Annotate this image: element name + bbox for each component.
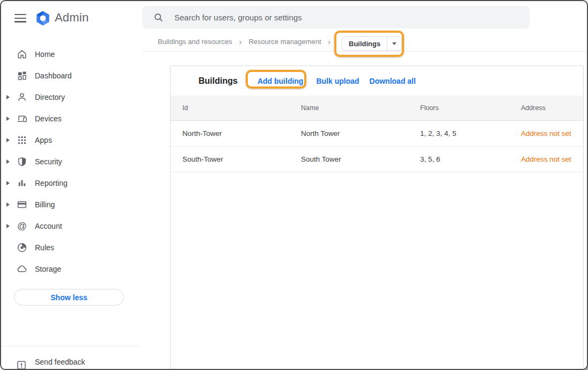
rules-icon — [17, 242, 27, 253]
home-icon — [17, 49, 27, 60]
breadcrumb-current-dropdown[interactable]: Buildings — [342, 37, 402, 51]
sidebar-item-account[interactable]: @ Account — [1, 215, 142, 237]
cell-id: North-Tower — [182, 129, 301, 137]
cell-name: North Tower — [301, 129, 420, 137]
search-icon — [153, 12, 164, 23]
column-header-address: Address — [521, 104, 583, 112]
apps-icon — [17, 135, 27, 146]
sidebar-item-security[interactable]: Security — [1, 151, 142, 172]
table-header-row: Id Name Floors Address — [171, 96, 583, 121]
sidebar-item-label: Devices — [35, 108, 62, 129]
sidebar-item-label: Apps — [35, 129, 52, 151]
sidebar-item-rules[interactable]: Rules — [1, 237, 142, 258]
column-header-id: Id — [182, 104, 301, 112]
download-all-button[interactable]: Download all — [370, 77, 416, 85]
sidebar-item-apps[interactable]: Apps — [1, 129, 142, 151]
expand-arrow-icon[interactable] — [6, 159, 10, 164]
buildings-card: Buildings Add building Bulk upload Downl… — [170, 66, 584, 370]
expand-arrow-icon[interactable] — [6, 224, 10, 228]
search-input[interactable] — [173, 12, 530, 23]
reporting-icon — [17, 178, 27, 188]
card-header: Buildings Add building Bulk upload Downl… — [171, 66, 583, 96]
cell-floors: 3, 5, 6 — [420, 155, 521, 163]
sidebar-item-billing[interactable]: Billing — [1, 194, 142, 215]
cell-id: South-Tower — [182, 155, 301, 163]
sidebar-item-storage[interactable]: Storage — [1, 258, 142, 280]
sidebar-item-dashboard[interactable]: Dashboard — [1, 65, 142, 86]
breadcrumb-link-buildings-and-resources[interactable]: Buildings and resources — [158, 38, 232, 46]
column-header-floors: Floors — [420, 104, 521, 112]
table-row-north-tower[interactable]: North-Tower North Tower 1, 2, 3, 4, 5 Ad… — [171, 121, 583, 147]
breadcrumb-current-label: Buildings — [342, 40, 387, 48]
expand-arrow-icon[interactable] — [6, 202, 10, 207]
table-row-south-tower[interactable]: South-Tower South Tower 3, 5, 6 Address … — [171, 147, 583, 172]
expand-arrow-icon[interactable] — [6, 95, 10, 99]
chevron-down-icon[interactable] — [387, 42, 401, 45]
cell-address-not-set[interactable]: Address not set — [521, 129, 583, 137]
cell-name: South Tower — [301, 155, 420, 163]
directory-icon — [17, 92, 27, 103]
sidebar-item-label: Billing — [35, 194, 55, 215]
column-header-name: Name — [301, 104, 420, 112]
admin-console-window: Admin Buildings and resources › Resource… — [0, 0, 588, 370]
devices-icon — [17, 113, 27, 124]
divider — [1, 346, 139, 346]
sidebar-nav: Home Dashboard — [1, 33, 142, 369]
expand-arrow-icon[interactable] — [6, 138, 10, 142]
feedback-icon — [16, 360, 27, 370]
breadcrumb: Buildings and resources › Resource manag… — [142, 32, 587, 52]
app-title: Admin — [55, 11, 89, 25]
search-bar[interactable] — [142, 6, 530, 28]
sidebar-item-label: Reporting — [35, 172, 68, 194]
bulk-upload-button[interactable]: Bulk upload — [316, 77, 359, 85]
sidebar-item-label: Home — [35, 43, 55, 65]
chevron-right-icon: › — [328, 38, 331, 46]
security-icon — [17, 156, 27, 167]
cell-floors: 1, 2, 3, 4, 5 — [420, 129, 521, 137]
sidebar-item-home[interactable]: Home — [1, 43, 142, 65]
expand-arrow-icon[interactable] — [6, 181, 10, 185]
chevron-right-icon: › — [239, 38, 242, 46]
sidebar-item-label: Rules — [35, 237, 54, 258]
hamburger-menu-icon[interactable] — [14, 14, 26, 23]
breadcrumb-link-resource-management[interactable]: Resource management — [248, 38, 321, 46]
sidebar-item-label: Account — [35, 215, 62, 237]
billing-icon — [17, 199, 27, 210]
sidebar-item-label: Directory — [35, 86, 65, 108]
sidebar-item-devices[interactable]: Devices — [1, 108, 142, 129]
send-feedback-button[interactable]: Send feedback — [1, 357, 139, 370]
expand-arrow-icon[interactable] — [6, 117, 10, 121]
sidebar-item-reporting[interactable]: Reporting — [1, 172, 142, 194]
dashboard-icon — [17, 70, 27, 81]
add-building-button[interactable]: Add building — [258, 77, 304, 85]
send-feedback-label: Send feedback — [35, 358, 85, 366]
sidebar-item-label: Dashboard — [35, 65, 72, 86]
storage-icon — [17, 264, 27, 274]
cell-address-not-set[interactable]: Address not set — [521, 155, 583, 163]
show-less-button[interactable]: Show less — [14, 289, 124, 306]
page-title: Buildings — [199, 76, 238, 86]
google-admin-logo-icon[interactable] — [35, 10, 51, 26]
sidebar-item-label: Security — [35, 151, 62, 172]
account-icon: @ — [17, 221, 27, 231]
sidebar-item-directory[interactable]: Directory — [1, 86, 142, 108]
sidebar-item-label: Storage — [35, 258, 61, 280]
